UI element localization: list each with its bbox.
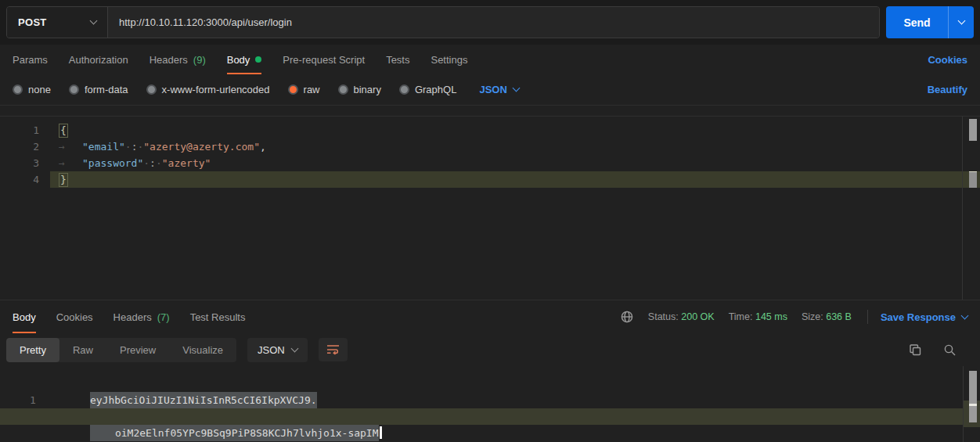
json-key: "password" [82, 157, 143, 169]
editor-line: 2 →"email"·:·"azerty@azerty.com", [0, 138, 980, 155]
line-number: 2 [0, 138, 39, 155]
status-label: Status: [648, 311, 679, 322]
text-cursor [380, 426, 382, 439]
chevron-down-icon [90, 17, 98, 25]
chevron-down-icon [957, 17, 965, 25]
body-mode-none[interactable]: none [13, 84, 51, 95]
response-tab-test-results[interactable]: Test Results [190, 300, 246, 333]
tab-whitespace-marker: → [59, 155, 82, 171]
chevron-down-icon [290, 344, 298, 352]
body-mode-binary[interactable]: binary [338, 84, 381, 95]
view-pretty[interactable]: Pretty [6, 338, 59, 362]
wrap-lines-button[interactable] [319, 338, 348, 361]
search-icon [943, 343, 957, 357]
divider [867, 310, 868, 324]
response-line: 1eyJhbGciOiJIUzI1NiIsInR5cCI6IkpXVCJ9. [0, 376, 980, 392]
request-url-bar: POST Send [0, 0, 980, 45]
headers-count: (9) [193, 54, 206, 66]
response-line: eyJfaWQiOiI2MjBlY2Y2Y2FiMjEyYzA0NjE1Yjdm… [0, 392, 980, 408]
send-button[interactable]: Send [886, 6, 948, 38]
radio-icon [13, 84, 23, 95]
request-tabs: Params Authorization Headers(9) Body Pre… [0, 45, 980, 74]
response-scrollbar-thumb[interactable] [969, 371, 977, 422]
view-preview[interactable]: Preview [106, 338, 169, 362]
response-tab-cookies[interactable]: Cookies [56, 300, 93, 333]
cookies-link[interactable]: Cookies [928, 45, 967, 74]
response-tab-headers[interactable]: Headers(7) [113, 300, 170, 333]
tab-params[interactable]: Params [13, 45, 48, 74]
method-select[interactable]: POST [7, 7, 108, 38]
copy-icon [909, 343, 922, 357]
tab-pre-request-script[interactable]: Pre-request Script [283, 45, 365, 74]
editor-scrollbar-cursor-marker [969, 171, 977, 188]
open-brace-token: { [59, 124, 68, 138]
json-value: "azerty@azerty.com" [143, 141, 260, 153]
tab-tests[interactable]: Tests [386, 45, 409, 74]
radio-icon [399, 84, 409, 95]
json-key: "email" [82, 141, 125, 153]
body-mode-raw[interactable]: raw [288, 84, 320, 95]
tab-headers[interactable]: Headers(9) [150, 45, 206, 74]
radio-selected-icon [288, 84, 298, 95]
view-visualize[interactable]: Visualize [169, 338, 236, 362]
response-pane: Body Cookies Headers(7) Test Results Sta… [0, 300, 980, 442]
size-value: 636 B [826, 311, 852, 322]
body-mode-x-www-form-urlencoded[interactable]: x-www-form-urlencoded [146, 84, 270, 95]
time-label: Time: [729, 311, 753, 322]
send-split-button: Send [886, 6, 974, 38]
method-label: POST [18, 16, 47, 28]
tab-settings[interactable]: Settings [431, 45, 467, 74]
response-scrollbar-cursor-marker [969, 404, 977, 406]
save-response-button[interactable]: Save Response [881, 311, 967, 323]
url-input[interactable] [108, 7, 879, 38]
response-toolbar: Pretty Raw Preview Visualize JSON [0, 333, 980, 366]
response-current-line: oiM2eElnf05YPc9BSq9PiP8S8KCJh7lvhjo1x-sa… [0, 408, 980, 425]
radio-icon [338, 84, 348, 95]
editor-current-line: 4 } [0, 171, 980, 188]
view-switcher: Pretty Raw Preview Visualize [6, 338, 236, 362]
response-format-select[interactable]: JSON [247, 338, 308, 362]
line-number: 1 [0, 122, 39, 138]
close-brace-token: } [59, 173, 68, 187]
chevron-down-icon [512, 84, 520, 92]
send-options-button[interactable] [948, 6, 974, 38]
radio-icon [69, 84, 79, 95]
view-raw[interactable]: Raw [59, 338, 106, 362]
time-value: 145 ms [755, 311, 787, 322]
size-label: Size: [802, 311, 823, 322]
response-headers-count: (7) [157, 311, 170, 323]
json-value: "azerty" [162, 157, 211, 169]
response-tab-body[interactable]: Body [13, 300, 36, 333]
tab-body[interactable]: Body [227, 45, 262, 74]
request-body-editor[interactable]: 1 { 2 →"email"·:·"azerty@azerty.com", 3 … [0, 116, 980, 300]
request-input-container: POST [6, 6, 880, 38]
wrap-lines-icon [326, 344, 340, 355]
status-value: 200 OK [681, 311, 714, 322]
response-meta: Status: 200 OK Time: 145 ms Size: 636 B … [620, 300, 967, 333]
editor-line: 3 →"password"·:·"azerty" [0, 155, 980, 171]
response-tabs: Body Cookies Headers(7) Test Results Sta… [0, 300, 980, 333]
copy-response-button[interactable] [909, 343, 922, 357]
body-mode-graphql[interactable]: GraphQL [399, 84, 456, 95]
radio-icon [146, 84, 157, 95]
line-number: 3 [0, 155, 39, 171]
tab-whitespace-marker: → [59, 138, 82, 155]
body-mode-form-data[interactable]: form-data [69, 84, 128, 95]
chevron-down-icon [961, 311, 969, 319]
line-number: 4 [0, 171, 39, 188]
beautify-link[interactable]: Beautify [928, 84, 967, 95]
editor-scrollbar-track [962, 117, 963, 300]
response-body-viewer[interactable]: 1eyJhbGciOiJIUzI1NiIsInR5cCI6IkpXVCJ9. e… [0, 366, 980, 442]
globe-icon [620, 310, 634, 324]
language-select[interactable]: JSON [479, 84, 518, 95]
body-mode-row: none form-data x-www-form-urlencoded raw… [0, 74, 980, 106]
search-response-button[interactable] [943, 343, 957, 357]
editor-line: 1 { [0, 122, 980, 138]
editor-scrollbar-thumb[interactable] [969, 119, 977, 141]
jwt-token-part-3: oiM2eElnf05YPc9BSq9PiP8S8KCJh7lvhjo1x-sa… [90, 425, 379, 441]
body-modified-dot-icon [255, 56, 261, 63]
tab-authorization[interactable]: Authorization [69, 45, 128, 74]
